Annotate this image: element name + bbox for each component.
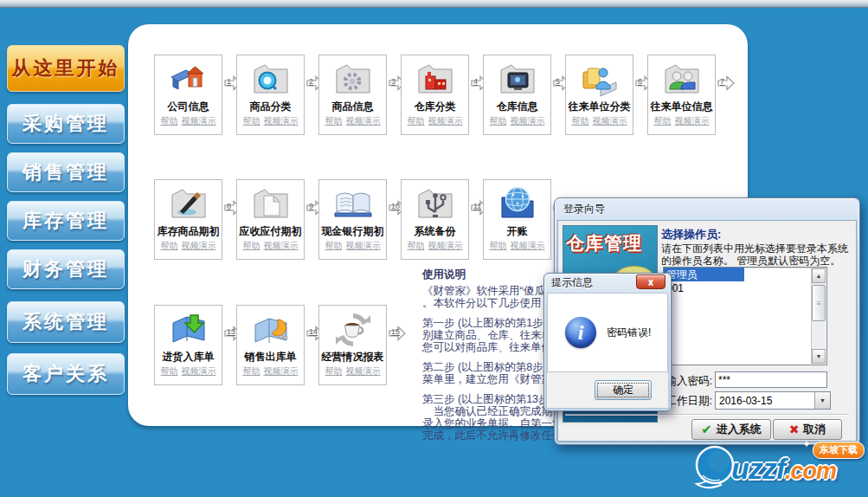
help-link[interactable]: 帮助 [243,241,260,250]
cancel-button[interactable]: ✖ 取消 [773,419,842,440]
help-link[interactable]: 帮助 [243,116,260,126]
ok-button[interactable]: 确定 [595,380,652,400]
enter-system-label: 进入系统 [717,422,762,437]
uzzf-name: uzzf [731,452,785,485]
card-title: 商品信息 [332,101,374,113]
arrow-number: 2 [309,77,313,86]
help-link[interactable]: 帮助 [325,241,343,250]
card-title: 仓库分类 [415,101,456,113]
sidebar-item-sales[interactable]: 销售管理 [7,152,125,192]
flow-card-system-backup[interactable]: 系统备份帮助视频演示 [401,179,469,260]
sidebar-item-customer[interactable]: 客户关系 [7,353,125,395]
arrow-number: 6 [638,77,642,86]
card-links: 帮助视频演示 [488,115,547,127]
sidebar-item-inventory[interactable]: 库存管理 [7,201,125,241]
help-link[interactable]: 帮助 [490,241,507,250]
flow-card-company-info[interactable]: 公司信息帮助视频演示 [154,55,222,135]
operator-listbox[interactable]: 管理员001 [663,267,827,365]
help-link[interactable]: 帮助 [408,116,425,126]
error-dialog-title: 提示信息 [551,275,593,290]
help-link[interactable]: 帮助 [161,116,178,126]
video-demo-link[interactable]: 视频演示 [264,116,299,126]
help-link[interactable]: 帮助 [161,241,178,250]
video-demo-link[interactable]: 视频演示 [182,366,216,376]
operator-scrollbar[interactable] [811,268,826,364]
help-link[interactable]: 帮助 [325,366,343,376]
video-demo-link[interactable]: 视频演示 [428,116,463,126]
video-demo-link[interactable]: 视频演示 [428,241,463,250]
arrow-number: 11 [473,202,481,210]
system-backup-icon [415,181,455,226]
video-demo-link[interactable]: 视频演示 [264,241,299,250]
video-demo-link[interactable]: 视频演示 [675,116,710,126]
help-link[interactable]: 帮助 [325,116,343,126]
flow-card-warehouse-category[interactable]: 仓库分类帮助视频演示 [401,55,469,135]
card-title: 经营情况报表 [322,352,384,363]
video-demo-link[interactable]: 视频演示 [182,116,216,126]
open-account-icon [498,181,537,226]
flow-card-warehouse-info[interactable]: 仓库信息帮助视频演示 [483,55,551,135]
video-demo-link[interactable]: 视频演示 [511,116,545,126]
partner-category-icon [580,56,620,101]
help-link[interactable]: 帮助 [408,241,425,250]
partner-info-icon [662,56,702,101]
sales-out-icon [251,307,291,352]
arrow-number: 13 [227,327,235,336]
flow-card-partner-info[interactable]: 往来单位信息帮助视频演示 [647,55,716,135]
error-dialog: 提示信息 x 密码错误! 确定 [543,273,672,411]
close-icon[interactable]: x [636,274,665,289]
video-demo-link[interactable]: 视频演示 [346,241,381,250]
flow-card-inventory-initial[interactable]: 库存商品期初帮助视频演示 [154,179,222,260]
cash-initial-icon [333,181,373,226]
enter-system-button[interactable]: ✔ 进入系统 [691,419,771,440]
flow-card-purchase-in[interactable]: 进货入库单帮助视频演示 [154,305,222,385]
flow-card-open-account[interactable]: 开账帮助视频演示 [483,179,551,260]
flow-card-partner-category[interactable]: 往来单位分类帮助视频演示 [565,55,633,135]
arrow-number: 3 [391,77,395,86]
video-demo-link[interactable]: 视频演示 [511,241,545,250]
help-link[interactable]: 帮助 [490,116,507,126]
select-operator-heading: 选择操作员: [661,227,721,242]
sidebar-item-start[interactable]: 从这里开始 [7,45,125,92]
scroll-thumb[interactable] [812,285,826,321]
flow-card-sales-out[interactable]: 销售出库单帮助视频演示 [236,305,305,385]
sidebar-item-finance[interactable]: 财务管理 [7,249,125,289]
video-demo-link[interactable]: 视频演示 [346,366,381,376]
password-field[interactable] [715,371,827,388]
flow-card-payable-initial[interactable]: 应收应付期初帮助视频演示 [236,179,305,260]
card-title: 商品分类 [250,101,292,113]
operator-item[interactable]: 001 [664,281,826,295]
sidebar-item-purchase[interactable]: 采购管理 [7,104,125,144]
arrow-number: 9 [309,202,313,210]
video-demo-link[interactable]: 视频演示 [182,241,216,250]
video-demo-link[interactable]: 视频演示 [346,116,381,126]
scroll-up-icon[interactable] [812,268,826,283]
video-demo-link[interactable]: 视频演示 [264,366,299,376]
card-title: 现金银行期初 [322,226,384,237]
help-link[interactable]: 帮助 [572,116,589,126]
card-links: 帮助视频演示 [241,365,300,378]
video-demo-link[interactable]: 视频演示 [593,116,627,126]
scroll-down-icon[interactable] [812,349,826,364]
arrow-number: 14 [309,327,318,336]
card-links: 帮助视频演示 [241,240,300,252]
flow-card-product-category[interactable]: 商品分类帮助视频演示 [236,55,305,135]
error-dialog-body: 密码错误! [547,293,668,372]
app-window: 从这里开始采购管理销售管理库存管理财务管理系统管理客户关系 公司信息帮助视频演示… [0,0,868,497]
sidebar-item-system[interactable]: 系统管理 [7,301,125,343]
warehouse-category-icon [415,56,455,101]
dropdown-arrow-icon[interactable] [814,392,830,409]
help-link[interactable]: 帮助 [161,366,178,376]
help-link[interactable]: 帮助 [654,116,672,126]
flow-card-business-report[interactable]: 经营情况报表帮助视频演示 [318,305,387,385]
info-icon [565,317,596,348]
login-dialog-titlebar: 登录向导 [555,198,859,220]
card-links: 帮助视频演示 [324,115,383,127]
uzzf-watermark: uzzf.com ✦ 东坡下载 [691,442,865,495]
flow-card-product-info[interactable]: 商品信息帮助视频演示 [318,55,387,135]
operator-item[interactable]: 管理员 [664,268,744,281]
help-link[interactable]: 帮助 [243,366,260,376]
arrow-number: 15 [391,327,400,336]
work-date-combobox[interactable]: 2016-03-15 [715,391,831,410]
flow-card-cash-initial[interactable]: 现金银行期初帮助视频演示 [318,179,387,260]
